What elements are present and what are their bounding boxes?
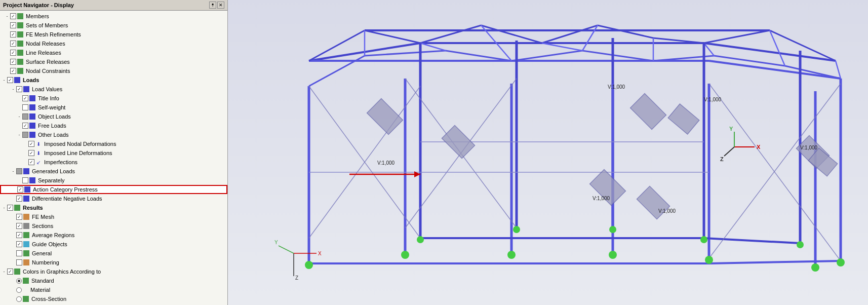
tree-item-cross-section[interactable]: Cross-Section <box>0 294 227 303</box>
checkbox-general[interactable] <box>16 250 22 256</box>
checkbox-diff-neg[interactable] <box>16 196 22 202</box>
checkbox-members[interactable] <box>10 13 16 19</box>
checkbox-fe-ref[interactable] <box>10 31 16 37</box>
checkbox-fe-mesh[interactable] <box>16 214 22 220</box>
checkbox-line-rel[interactable] <box>10 50 16 56</box>
tree-item-numbering[interactable]: Numbering <box>0 258 227 267</box>
checkbox-other-loads[interactable] <box>22 132 28 138</box>
expander-gen-loads[interactable]: - <box>10 168 16 174</box>
label-numbering: Numbering <box>32 259 59 265</box>
radio-material[interactable] <box>16 287 22 293</box>
label-diff-neg-loads: Differentiate Negative Loads <box>32 196 102 202</box>
label-other-loads: Other Loads <box>38 132 69 138</box>
tree-item-generated-loads[interactable]: - Generated Loads <box>0 167 227 176</box>
checkbox-avg-reg[interactable] <box>16 232 22 238</box>
checkbox-sets[interactable] <box>10 22 16 28</box>
expander-members[interactable]: - <box>4 13 10 19</box>
tree-item-general[interactable]: General <box>0 249 227 258</box>
icon-avg-reg <box>23 232 30 239</box>
tree-item-action-category[interactable]: Action Category Prestress <box>0 185 227 194</box>
checkbox-nodal-con[interactable] <box>10 68 16 74</box>
checkbox-action-cat[interactable] <box>17 186 23 193</box>
expander-colors-graphics[interactable]: - <box>1 269 7 275</box>
checkbox-loads[interactable] <box>7 77 13 83</box>
tree-item-results[interactable]: - Results <box>0 203 227 212</box>
panel-title-bar: Project Navigator - Display 🖈 ✕ <box>0 0 227 11</box>
tree-item-loads[interactable]: - Loads <box>0 75 227 85</box>
expander-load-val[interactable]: - <box>10 86 16 92</box>
tree-item-guide-objects[interactable]: Guide Objects <box>0 240 227 249</box>
label-members: Members <box>26 13 49 19</box>
checkbox-nodal-rel[interactable] <box>10 41 16 47</box>
panel-title: Project Navigator - Display <box>3 2 74 8</box>
tree-item-material[interactable]: Material <box>0 285 227 294</box>
tree-item-free-loads[interactable]: Free Loads <box>0 121 227 130</box>
checkbox-results[interactable] <box>7 205 13 211</box>
label-surface-releases: Surface Releases <box>26 59 70 65</box>
tree-item-load-values[interactable]: - Load Values <box>0 85 227 94</box>
checkbox-obj-loads[interactable] <box>22 113 28 120</box>
checkbox-surf-rel[interactable] <box>10 59 16 65</box>
radio-cross-section[interactable] <box>16 296 22 302</box>
checkbox-title-info[interactable] <box>22 95 28 101</box>
tree-item-sections[interactable]: Sections <box>0 221 227 231</box>
tree-item-surface-releases[interactable]: Surface Releases <box>0 57 227 66</box>
tree-item-self-weight[interactable]: Self-weight <box>0 103 227 112</box>
expander-separately <box>16 177 22 183</box>
expander-obj-loads[interactable]: - <box>16 113 22 120</box>
expander-other-loads[interactable]: - <box>16 132 22 138</box>
checkbox-gen-loads[interactable] <box>16 168 22 174</box>
checkbox-imp-line[interactable] <box>28 150 34 156</box>
expander-sections <box>10 223 16 229</box>
checkbox-load-val[interactable] <box>16 86 22 92</box>
right-panel: V:1,000 V:1,000 V:1,000 V:1,000 V:1,000 … <box>228 0 868 305</box>
svg-point-61 <box>705 256 713 264</box>
label-results: Results <box>23 205 43 211</box>
expander-nodal-rel <box>4 41 10 47</box>
checkbox-separately[interactable] <box>22 177 28 183</box>
tree-item-standard[interactable]: Standard <box>0 276 227 285</box>
tree-item-title-info[interactable]: Title Info <box>0 94 227 103</box>
tree-item-line-releases[interactable]: Line Releases <box>0 48 227 57</box>
close-button[interactable]: ✕ <box>217 2 224 9</box>
tree-item-colors-graphics[interactable]: - Colors in Graphics According to <box>0 267 227 276</box>
tree-item-separately[interactable]: Separately <box>0 176 227 185</box>
tree-item-nodal-releases[interactable]: Nodal Releases <box>0 39 227 48</box>
tree-item-members[interactable]: - Members <box>0 12 227 21</box>
pin-button[interactable]: 🖈 <box>209 2 216 9</box>
expander-results[interactable]: - <box>1 205 7 211</box>
checkbox-colors-graphics[interactable] <box>7 269 13 275</box>
tree-item-imperfections[interactable]: ↙ Imperfections <box>0 158 227 167</box>
expander-imp-line <box>22 150 28 156</box>
expander-guide-obj <box>10 241 16 247</box>
tree-container[interactable]: - Members Sets of Members FE Mesh Refine… <box>0 11 227 305</box>
tree-item-imposed-line[interactable]: ⬇ Imposed Line Deformations <box>0 148 227 158</box>
tree-item-fe-mesh-ref[interactable]: FE Mesh Refinements <box>0 30 227 39</box>
label-imposed-line: Imposed Line Deformations <box>44 150 112 156</box>
checkbox-numbering[interactable] <box>16 259 22 265</box>
checkbox-sections[interactable] <box>16 223 22 229</box>
checkbox-free-loads[interactable] <box>22 123 28 129</box>
svg-point-60 <box>609 251 617 259</box>
tree-item-avg-regions[interactable]: Average Regions <box>0 231 227 240</box>
tree-item-nodal-constraints[interactable]: Nodal Constraints <box>0 66 227 75</box>
checkbox-imperf[interactable] <box>28 159 34 165</box>
expander-loads[interactable]: - <box>1 77 7 83</box>
tree-item-other-loads[interactable]: - Other Loads <box>0 130 227 139</box>
tree-item-fe-mesh[interactable]: FE Mesh <box>0 212 227 221</box>
icon-load-val <box>23 86 30 93</box>
tree-item-imposed-nodal[interactable]: ⬇ Imposed Nodal Deformations <box>0 139 227 148</box>
icon-gen-loads <box>23 168 30 175</box>
tree-item-sets-of-members[interactable]: Sets of Members <box>0 21 227 30</box>
checkbox-guide-obj[interactable] <box>16 241 22 247</box>
radio-standard[interactable] <box>16 278 22 284</box>
icon-line-rel <box>17 49 24 56</box>
icon-sections <box>23 222 30 230</box>
tree-item-object-loads[interactable]: - Object Loads <box>0 112 227 121</box>
checkbox-imp-nodal[interactable] <box>28 141 34 147</box>
tree-item-diff-neg-loads[interactable]: Differentiate Negative Loads <box>0 194 227 203</box>
expander-imp-nodal <box>22 141 28 147</box>
svg-text:Y: Y <box>274 240 278 245</box>
checkbox-self-wt[interactable] <box>22 104 28 110</box>
expander-diff-neg <box>10 196 16 202</box>
